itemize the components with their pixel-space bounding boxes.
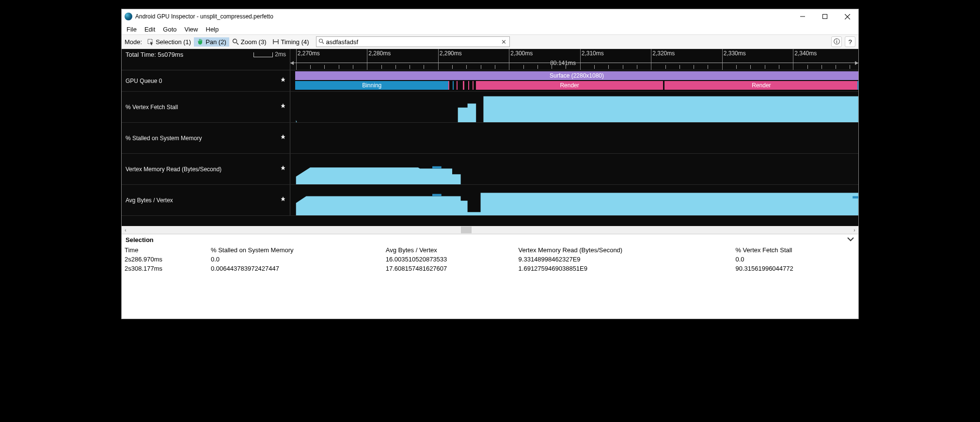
track-label-gpu-queue: GPU Queue 0 — [126, 78, 162, 84]
svg-rect-21 — [853, 196, 858, 198]
col-avg-bytes-vertex[interactable]: Avg Bytes / Vertex — [383, 245, 516, 255]
scroll-left-icon[interactable]: ‹ — [122, 227, 129, 233]
pass-strip[interactable] — [468, 81, 469, 90]
pin-button[interactable] — [280, 134, 286, 142]
magnifier-icon — [232, 38, 239, 45]
window-frame: Android GPU Inspector - unsplit_compress… — [121, 9, 859, 319]
timeline[interactable]: Total Time: 5s079ms 2ms 2,270ms2,280ms2,… — [122, 49, 858, 226]
window-title: Android GPU Inspector - unsplit_compress… — [135, 13, 273, 20]
svg-line-6 — [237, 43, 238, 45]
cell-vmr: 9.33148998462327E9 — [516, 255, 733, 264]
mode-pan-label: Pan (2) — [205, 38, 226, 46]
timing-icon — [272, 38, 279, 45]
menu-goto[interactable]: Goto — [160, 25, 179, 34]
maximize-button[interactable] — [814, 9, 836, 24]
search-box[interactable]: ✕ — [316, 36, 510, 47]
ruler-tick-label: 2,330ms — [724, 50, 746, 57]
track-label-vertex-fetch-stall: % Vertex Fetch Stall — [126, 104, 178, 111]
ruler-tick-label: 2,310ms — [582, 50, 604, 57]
chevron-down-icon[interactable] — [847, 236, 854, 243]
toolbar: Mode: Selection (1) Pan (2) Zoom (3) Tim… — [122, 34, 858, 49]
ruler-tick-label: 2,280ms — [368, 50, 391, 57]
time-ruler[interactable]: 2,270ms2,280ms2,290ms2,300ms2,310ms2,320… — [290, 49, 858, 70]
ruler-tick-label: 2,290ms — [440, 50, 462, 57]
info-icon: ⓘ — [834, 37, 840, 46]
col-vertex-mem-read[interactable]: Vertex Memory Read (Bytes/Second) — [516, 245, 733, 255]
track-label-stalled-sys-mem: % Stalled on System Memory — [126, 135, 202, 142]
pass-render-2[interactable]: Render — [664, 81, 858, 90]
pin-button[interactable] — [280, 165, 286, 173]
scroll-right-icon[interactable]: › — [851, 227, 858, 233]
pin-button[interactable] — [280, 103, 286, 111]
cell-time: 2s308.177ms — [122, 264, 208, 273]
pin-button[interactable] — [280, 196, 286, 204]
cell-stalled: 0.0 — [208, 255, 383, 264]
cell-vmr: 1.6912759469038851E9 — [516, 264, 733, 273]
selection-header[interactable]: Selection — [122, 234, 858, 245]
search-input[interactable] — [326, 38, 498, 46]
table-row[interactable]: 2s286.970ms 0.0 16.003510520873533 9.331… — [122, 255, 858, 264]
col-vertex-fetch-stall[interactable]: % Vertex Fetch Stall — [732, 245, 858, 255]
menu-edit[interactable]: Edit — [142, 25, 158, 34]
table-header-row: Time % Stalled on System Memory Avg Byte… — [122, 245, 858, 255]
surface-bar[interactable]: Surface (2280x1080) — [295, 71, 858, 80]
svg-point-10 — [319, 39, 322, 42]
mode-zoom-label: Zoom (3) — [241, 38, 267, 46]
pin-button[interactable] — [280, 77, 286, 84]
menu-view[interactable]: View — [182, 25, 201, 34]
info-button[interactable]: ⓘ — [831, 36, 842, 47]
graph-avg-bytes-vertex[interactable] — [290, 185, 858, 215]
ruler-tick-label: 2,300ms — [510, 50, 533, 57]
mode-zoom-button[interactable]: Zoom (3) — [229, 37, 269, 47]
svg-rect-18 — [432, 166, 442, 169]
range-label: 80.141ms — [550, 60, 576, 66]
app-icon — [125, 13, 132, 20]
minimize-button[interactable] — [791, 9, 814, 24]
scroll-track[interactable] — [129, 227, 851, 233]
horizontal-scrollbar[interactable]: ‹ › — [122, 226, 858, 234]
track-label-vertex-mem-read: Vertex Memory Read (Bytes/Second) — [126, 166, 221, 173]
menu-help[interactable]: Help — [203, 25, 222, 34]
svg-point-5 — [233, 39, 237, 43]
titlebar[interactable]: Android GPU Inspector - unsplit_compress… — [122, 9, 858, 24]
svg-rect-1 — [823, 15, 827, 19]
mode-timing-label: Timing (4) — [281, 38, 309, 46]
pass-strip[interactable] — [457, 81, 458, 90]
gpu-queue-track[interactable]: Surface (2280x1080) Binning Render Rende… — [290, 70, 858, 91]
help-icon: ? — [848, 38, 852, 46]
cell-vfs: 0.0 — [732, 255, 858, 264]
pass-strip[interactable] — [453, 81, 454, 90]
track-label-avg-bytes-vertex: Avg Bytes / Vertex — [126, 197, 173, 204]
help-button[interactable]: ? — [845, 36, 855, 47]
total-time-label: Total Time: 5s079ms — [126, 51, 183, 58]
svg-line-11 — [322, 42, 324, 44]
menu-file[interactable]: File — [124, 25, 140, 34]
cell-avg-bytes: 17.608157481627607 — [383, 264, 516, 273]
table-row[interactable]: 2s308.177ms 0.006443783972427447 17.6081… — [122, 264, 858, 273]
pass-render-1[interactable]: Render — [476, 81, 664, 90]
col-time[interactable]: Time — [122, 245, 208, 255]
mode-selection-label: Selection (1) — [156, 38, 191, 46]
graph-stalled-sys-mem[interactable] — [290, 123, 858, 153]
ruler-tick-label: 2,340ms — [794, 50, 817, 57]
close-button[interactable] — [836, 9, 858, 24]
pass-strip[interactable] — [463, 81, 464, 90]
mode-pan-button[interactable]: Pan (2) — [194, 37, 229, 47]
search-clear-button[interactable]: ✕ — [498, 38, 509, 46]
pass-binning[interactable]: Binning — [295, 81, 448, 90]
graph-vertex-mem-read[interactable] — [290, 154, 858, 184]
timeline-header-left: Total Time: 5s079ms 2ms — [122, 49, 290, 70]
mode-selection-button[interactable]: Selection (1) — [144, 37, 194, 47]
cell-time: 2s286.970ms — [122, 255, 208, 264]
mode-timing-button[interactable]: Timing (4) — [269, 37, 312, 47]
scroll-thumb[interactable] — [461, 227, 472, 233]
pass-strip[interactable] — [857, 81, 858, 90]
graph-vertex-fetch-stall[interactable] — [290, 92, 858, 122]
pass-strip[interactable] — [448, 81, 449, 90]
col-stalled-sys-mem[interactable]: % Stalled on System Memory — [208, 245, 383, 255]
cell-avg-bytes: 16.003510520873533 — [383, 255, 516, 264]
menubar: File Edit Goto View Help — [122, 24, 858, 34]
ruler-tick-label: 2,270ms — [298, 50, 320, 57]
pass-strip[interactable] — [473, 81, 474, 90]
mode-label: Mode: — [125, 38, 142, 46]
